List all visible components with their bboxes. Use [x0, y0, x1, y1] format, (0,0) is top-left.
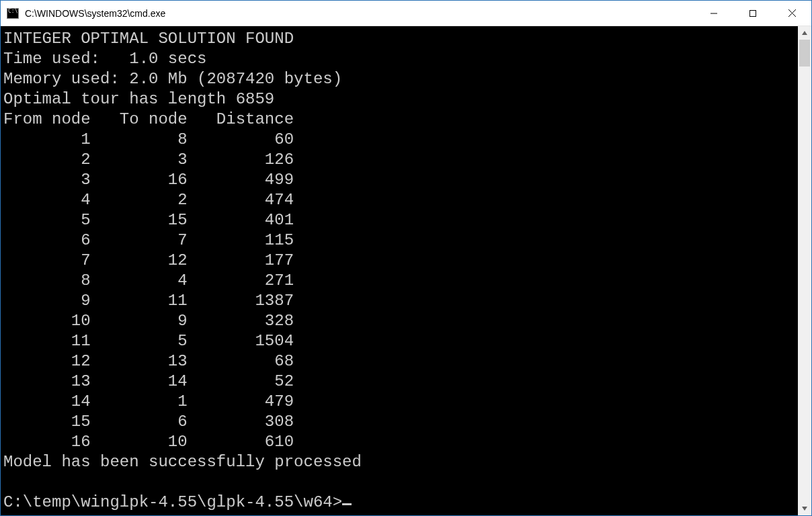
- close-icon: [788, 9, 797, 17]
- maximize-icon: [749, 9, 757, 17]
- vertical-scrollbar[interactable]: [798, 26, 811, 515]
- svg-marker-4: [802, 31, 807, 35]
- window-controls: [694, 1, 811, 26]
- minimize-icon: [710, 9, 718, 17]
- chevron-down-icon: [801, 505, 808, 512]
- scroll-up-button[interactable]: [798, 26, 811, 40]
- chevron-up-icon: [801, 30, 808, 36]
- command-prompt-window: C:\WINDOWS\system32\cmd.exe INTEGER OPTI…: [0, 0, 812, 516]
- scroll-thumb[interactable]: [799, 40, 810, 67]
- system-menu-icon[interactable]: [1, 1, 25, 26]
- text-cursor: [342, 503, 352, 505]
- terminal-output[interactable]: INTEGER OPTIMAL SOLUTION FOUND Time used…: [1, 26, 798, 515]
- client-area: INTEGER OPTIMAL SOLUTION FOUND Time used…: [1, 26, 811, 515]
- titlebar[interactable]: C:\WINDOWS\system32\cmd.exe: [1, 1, 811, 26]
- svg-marker-5: [802, 507, 807, 511]
- maximize-button[interactable]: [733, 1, 772, 26]
- window-title: C:\WINDOWS\system32\cmd.exe: [25, 8, 694, 19]
- scroll-down-button[interactable]: [798, 502, 811, 515]
- svg-rect-1: [750, 10, 756, 16]
- minimize-button[interactable]: [694, 1, 733, 26]
- close-button[interactable]: [772, 1, 811, 26]
- cmd-exe-icon: [7, 8, 19, 19]
